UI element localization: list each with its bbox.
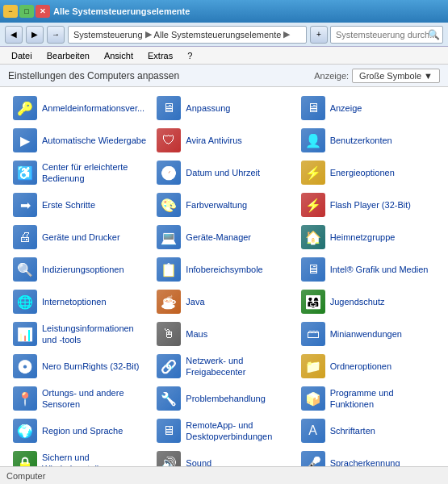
cp-icon: 📋 bbox=[157, 257, 181, 282]
plus-button[interactable]: + bbox=[310, 26, 328, 44]
cp-icon: 🎤 bbox=[301, 451, 325, 466]
list-item[interactable]: ➡ Erste Schritte bbox=[8, 189, 152, 221]
list-item[interactable]: ▶ Automatische Wiedergabe bbox=[8, 124, 152, 156]
cp-icon: 🔊 bbox=[157, 451, 181, 466]
cp-icon: 📁 bbox=[301, 354, 325, 378]
cp-item-label: Heimnetzgruppe bbox=[330, 232, 396, 243]
cp-item-label: Benutzerkonten bbox=[330, 135, 392, 146]
cp-icon: 🖥 bbox=[301, 257, 325, 282]
cp-icon: ➡ bbox=[13, 193, 37, 217]
list-item[interactable]: 👤 Benutzerkonten bbox=[296, 124, 440, 156]
list-item[interactable]: 📊 Leistungsinformationen und -tools bbox=[8, 318, 152, 350]
search-input[interactable] bbox=[330, 26, 443, 44]
cp-icon: 👨‍👩‍👧 bbox=[301, 290, 325, 314]
forward-button[interactable]: ▶ bbox=[26, 26, 44, 44]
list-item[interactable]: 🖨 Geräte und Drucker bbox=[8, 221, 152, 253]
cp-icon: 🔑 bbox=[13, 96, 37, 120]
minimize-button[interactable]: − bbox=[3, 5, 18, 18]
list-item[interactable]: 🕐 Datum und Uhrzeit bbox=[152, 156, 295, 189]
address-bar: ◀ ▶ → Systemsteuerung ▶ Alle Systemsteue… bbox=[0, 23, 448, 47]
list-item[interactable]: 💻 Geräte-Manager bbox=[152, 221, 295, 253]
list-item[interactable]: 🖥 RemoteApp- und Desktopverbindungen bbox=[152, 415, 295, 447]
list-item[interactable]: 📁 Ordneroptionen bbox=[296, 350, 440, 382]
address-path[interactable]: Systemsteuerung ▶ Alle Systemsteuerungse… bbox=[68, 26, 307, 44]
menu-bar: Datei Bearbeiten Ansicht Extras ? bbox=[0, 47, 448, 65]
menu-ansicht[interactable]: Ansicht bbox=[98, 49, 140, 62]
cp-item-label: Nero BurnRights (32-Bit) bbox=[42, 361, 139, 372]
cp-icon: 🔧 bbox=[157, 386, 181, 411]
cp-item-label: Netzwerk- und Freigabecenter bbox=[186, 355, 291, 378]
cp-icon: 🖱 bbox=[157, 322, 181, 346]
list-item[interactable]: ♿ Center für erleichterte Bedienung bbox=[8, 156, 152, 189]
path-segment-1: Systemsteuerung bbox=[73, 30, 143, 40]
list-item[interactable]: 🔗 Netzwerk- und Freigabecenter bbox=[152, 350, 295, 382]
menu-bearbeiten[interactable]: Bearbeiten bbox=[40, 49, 96, 62]
cp-item-label: Farbverwaltung bbox=[186, 199, 247, 211]
list-item[interactable]: 🔍 Indizierungsoptionen bbox=[8, 253, 152, 286]
list-item[interactable]: 🏠 Heimnetzgruppe bbox=[296, 221, 440, 253]
list-item[interactable]: 🔒 Sichern und Wiederherstellen bbox=[8, 447, 152, 466]
list-item[interactable]: ⚡ Energieoptionen bbox=[296, 156, 440, 189]
cp-item-label: Geräte und Drucker bbox=[42, 232, 120, 243]
cp-item-label: Center für erleichterte Bedienung bbox=[42, 161, 147, 185]
list-item[interactable]: 📍 Ortungs- und andere Sensoren bbox=[8, 382, 152, 415]
view-label: Anzeige: bbox=[314, 71, 349, 81]
view-button-label: Große Symbole bbox=[359, 71, 421, 81]
up-button[interactable]: → bbox=[47, 26, 65, 44]
list-item[interactable]: 🗃 Minianwendungen bbox=[296, 318, 440, 350]
cp-icon: 🔍 bbox=[13, 257, 37, 282]
cp-item-label: Anzeige bbox=[330, 102, 362, 114]
cp-icon: 🖨 bbox=[13, 225, 37, 249]
cp-icon: 🛡 bbox=[157, 128, 181, 152]
close-button[interactable]: ✕ bbox=[36, 5, 50, 18]
toolbar: Einstellungen des Computers anpassen Anz… bbox=[0, 65, 448, 87]
cp-item-label: Programme und Funktionen bbox=[330, 387, 435, 411]
list-item[interactable]: 👨‍👩‍👧 Jugendschutz bbox=[296, 286, 440, 318]
list-item[interactable]: ☕ Java bbox=[152, 286, 295, 318]
menu-datei[interactable]: Datei bbox=[5, 49, 39, 62]
list-item[interactable]: 🖥 Anpassung bbox=[152, 92, 295, 124]
list-item[interactable]: 🖥 Anzeige bbox=[296, 92, 440, 124]
list-item[interactable]: 🔑 Anmeldeinformationsver... bbox=[8, 92, 152, 124]
list-item[interactable]: 🎤 Spracherkennung bbox=[296, 447, 440, 466]
list-item[interactable]: 💿 Nero BurnRights (32-Bit) bbox=[8, 350, 152, 382]
cp-item-label: Region und Sprache bbox=[42, 425, 123, 436]
content-area: 🔑 Anmeldeinformationsver... 🖥 Anpassung … bbox=[0, 87, 448, 466]
cp-item-label: Java bbox=[186, 296, 204, 307]
cp-item-label: Ortungs- und andere Sensoren bbox=[42, 387, 147, 411]
window-title: Alle Systemsteuerungselemente bbox=[53, 6, 190, 16]
list-item[interactable]: 🔧 Problembehandlung bbox=[152, 382, 295, 415]
menu-help[interactable]: ? bbox=[181, 49, 199, 62]
list-item[interactable]: 🖥 Intel® Grafik und Medien bbox=[296, 253, 440, 286]
back-button[interactable]: ◀ bbox=[5, 26, 23, 44]
list-item[interactable]: 🛡 Avira Antivirus bbox=[152, 124, 295, 156]
cp-item-label: Anpassung bbox=[186, 102, 230, 114]
list-item[interactable]: 🔊 Sound bbox=[152, 447, 295, 466]
cp-icon: 📊 bbox=[13, 322, 37, 346]
cp-item-label: Infobereichsymbole bbox=[186, 264, 262, 275]
view-button[interactable]: Große Symbole ▼ bbox=[352, 69, 440, 83]
list-item[interactable]: 📋 Infobereichsymbole bbox=[152, 253, 295, 286]
cp-icon: 💻 bbox=[157, 225, 181, 249]
cp-item-label: Sichern und Wiederherstellen bbox=[42, 452, 147, 466]
cp-item-label: Sound bbox=[186, 457, 211, 466]
list-item[interactable]: A Schriftarten bbox=[296, 415, 440, 447]
list-item[interactable]: 📦 Programme und Funktionen bbox=[296, 382, 440, 415]
list-item[interactable]: 🖱 Maus bbox=[152, 318, 295, 350]
list-item[interactable]: 🎨 Farbverwaltung bbox=[152, 189, 295, 221]
menu-extras[interactable]: Extras bbox=[141, 49, 179, 62]
list-item[interactable]: ⚡ Flash Player (32-Bit) bbox=[296, 189, 440, 221]
cp-icon: 🗃 bbox=[301, 322, 325, 346]
cp-item-label: Schriftarten bbox=[330, 425, 375, 436]
list-item[interactable]: 🌐 Internetoptionen bbox=[8, 286, 152, 318]
maximize-button[interactable]: □ bbox=[19, 5, 34, 18]
address-bar-right: + 🔍 ▲ bbox=[310, 26, 443, 44]
cp-item-label: Indizierungsoptionen bbox=[42, 264, 124, 275]
cp-icon: 🌍 bbox=[13, 419, 37, 443]
cp-icon: 🏠 bbox=[301, 225, 325, 249]
cp-icon: ♿ bbox=[13, 161, 37, 185]
list-item[interactable]: 🌍 Region und Sprache bbox=[8, 415, 152, 447]
toolbar-title: Einstellungen des Computers anpassen bbox=[8, 70, 179, 81]
cp-icon: ⚡ bbox=[301, 161, 325, 185]
cp-item-label: Problembehandlung bbox=[186, 393, 265, 404]
